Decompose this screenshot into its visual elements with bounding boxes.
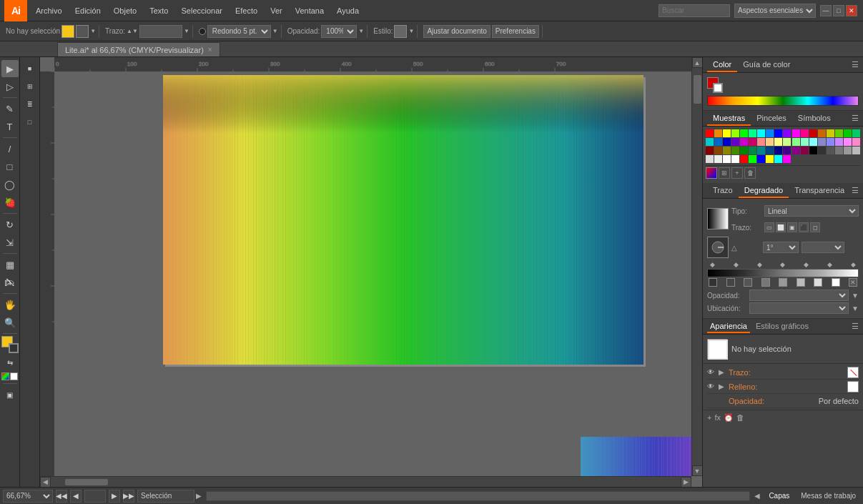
ellipse-tool[interactable]: ◯ — [1, 176, 19, 193]
swatch-cell[interactable] — [774, 147, 782, 154]
gradient-circle-preview[interactable] — [707, 237, 729, 258]
trazo-expand[interactable]: ▶ — [719, 368, 726, 376]
menu-seleccionar[interactable]: Seleccionar — [175, 4, 227, 18]
relleno-visibility[interactable]: 👁 — [707, 382, 716, 390]
swatch-cell[interactable] — [835, 129, 843, 137]
swatch-cell[interactable] — [766, 147, 774, 154]
swatch-cell[interactable] — [766, 129, 774, 137]
swatch-cell[interactable] — [783, 147, 791, 154]
color-panel-menu-icon[interactable]: ☰ — [852, 60, 859, 69]
status-scroll-bar[interactable] — [206, 491, 750, 501]
vertical-scrollbar[interactable]: ▲ ▼ — [691, 57, 702, 476]
swatch-cell[interactable] — [835, 138, 843, 146]
swatch-cell[interactable] — [757, 129, 765, 137]
grad-icon-1[interactable]: ▭ — [764, 222, 774, 232]
swatch-cell[interactable] — [818, 138, 826, 146]
swatch-cell[interactable] — [792, 129, 800, 137]
stop-7[interactable] — [814, 278, 822, 287]
apariencia-icon-2[interactable]: fx — [714, 413, 721, 423]
swatch-cell[interactable] — [731, 147, 739, 154]
vertical-scroll-track[interactable] — [692, 68, 702, 465]
swatch-cell[interactable] — [809, 147, 817, 154]
stop-5[interactable] — [779, 278, 787, 287]
zoom-tool[interactable]: 🔍 — [1, 314, 19, 331]
swatch-cell[interactable] — [844, 147, 852, 154]
swatches-panel-menu-icon[interactable]: ☰ — [852, 114, 859, 123]
scroll-down-arrow[interactable]: ▼ — [692, 465, 703, 476]
scroll-left-arrow[interactable]: ◀ — [40, 477, 51, 488]
swatch-cell[interactable] — [774, 129, 782, 137]
stop-4[interactable] — [761, 278, 770, 287]
brush-swatch[interactable] — [199, 28, 206, 35]
swatch-cell[interactable] — [749, 155, 756, 163]
swatch-cell[interactable] — [844, 129, 852, 137]
trazo-visibility[interactable]: 👁 — [707, 368, 716, 376]
zoom-select[interactable]: 66,67% — [3, 490, 53, 503]
stop-8[interactable] — [832, 278, 840, 287]
scroll-right-arrow[interactable]: ▶ — [681, 477, 691, 488]
swatch-cell[interactable] — [740, 138, 748, 146]
swatch-cell[interactable] — [757, 147, 765, 154]
prev-btn[interactable]: ◀ — [70, 490, 82, 503]
swatch-cell[interactable] — [723, 155, 731, 163]
opacidad-row-label[interactable]: Opacidad: — [729, 397, 816, 405]
swatch-cell[interactable] — [706, 129, 714, 137]
swatch-cell[interactable] — [731, 138, 739, 146]
swatch-cell[interactable] — [783, 138, 791, 146]
relleno-swatch[interactable] — [847, 381, 859, 392]
horizontal-scrollbar[interactable]: ◀ ▶ — [40, 476, 691, 487]
swatch-cell[interactable] — [740, 147, 748, 154]
swatch-cell[interactable] — [706, 147, 714, 154]
color-guide-tab[interactable]: Guía de color — [737, 58, 796, 72]
swatch-lib-btn[interactable] — [706, 167, 717, 179]
prev-page-btn[interactable]: ◀◀ — [56, 490, 67, 503]
pen-tool[interactable]: ✎ — [1, 100, 19, 117]
swatch-type-btn[interactable]: ⊞ — [719, 167, 730, 179]
gradient-stops-bar[interactable] — [707, 269, 859, 277]
swatch-cell[interactable] — [740, 129, 748, 137]
stroke-swatch-small[interactable] — [76, 25, 89, 38]
trazo-swatch[interactable] — [847, 367, 859, 378]
maximize-button[interactable]: □ — [833, 5, 844, 16]
swatch-cell[interactable] — [749, 147, 756, 154]
color-gradient-bar[interactable] — [707, 96, 859, 106]
swatch-cell[interactable] — [714, 138, 722, 146]
swatch-cell[interactable] — [844, 138, 852, 146]
swatch-cell[interactable] — [706, 155, 714, 163]
swatches-tab[interactable]: Muestras — [707, 112, 751, 126]
swatch-cell[interactable] — [801, 129, 809, 137]
swatch-cell[interactable] — [723, 147, 731, 154]
grad-icon-4[interactable]: ⬛ — [799, 222, 809, 232]
swatch-cell[interactable] — [809, 129, 817, 137]
trazo-row-label[interactable]: Trazo: — [729, 368, 844, 377]
preferences-button[interactable]: Preferencias — [492, 25, 539, 38]
vertical-scroll-handle[interactable] — [694, 75, 701, 104]
menu-ayuda[interactable]: Ayuda — [331, 4, 365, 18]
trazo-section-tab[interactable]: Trazo — [707, 184, 739, 198]
none-btn[interactable] — [10, 372, 18, 380]
rotate-tool[interactable]: ↻ — [1, 216, 19, 233]
stop-2[interactable] — [726, 278, 735, 287]
menu-ventana[interactable]: Ventana — [290, 4, 330, 18]
direct-selection-tool[interactable]: ▷ — [1, 78, 19, 95]
apariencia-panel-menu-icon[interactable]: ☰ — [852, 322, 859, 331]
swatch-cell[interactable] — [835, 147, 843, 154]
gradient-angle-select2[interactable] — [802, 242, 844, 253]
stop-delete[interactable]: ✕ — [849, 278, 857, 287]
grad-icon-3[interactable]: ▣ — [787, 222, 797, 232]
tab-close-icon[interactable]: × — [208, 46, 212, 54]
adjust-doc-button[interactable]: Ajustar documento — [423, 25, 490, 38]
swatch-cell[interactable] — [801, 138, 809, 146]
transparencia-section-tab[interactable]: Transparencia — [789, 184, 850, 198]
gradient-preview-thumb[interactable] — [707, 208, 729, 229]
simbolos-tab[interactable]: Símbolos — [792, 112, 837, 126]
swatch-cell[interactable] — [731, 155, 739, 163]
apariencia-icon-1[interactable]: + — [707, 413, 711, 423]
pinceles-tab[interactable]: Pinceles — [751, 112, 792, 126]
swatch-cell[interactable] — [852, 138, 860, 146]
transform-btn[interactable]: ⊞ — [21, 78, 39, 95]
swatch-cell[interactable] — [809, 138, 817, 146]
swatch-cell[interactable] — [740, 155, 748, 163]
stop-1[interactable] — [709, 278, 717, 287]
relleno-row-label[interactable]: Relleno: — [729, 382, 844, 391]
